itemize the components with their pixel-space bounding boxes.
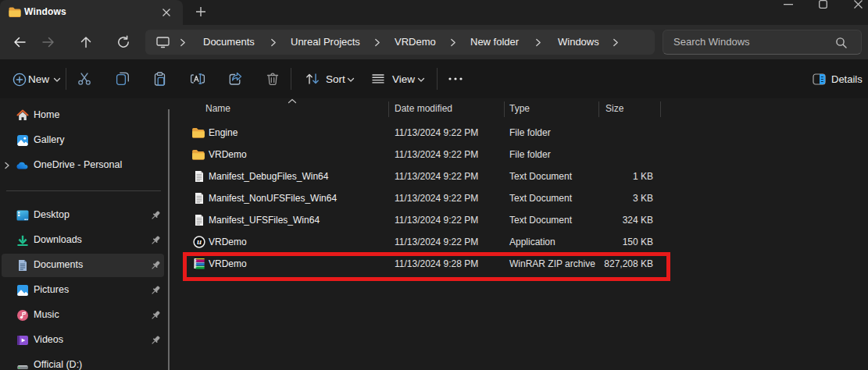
svg-text:u: u	[197, 237, 202, 246]
